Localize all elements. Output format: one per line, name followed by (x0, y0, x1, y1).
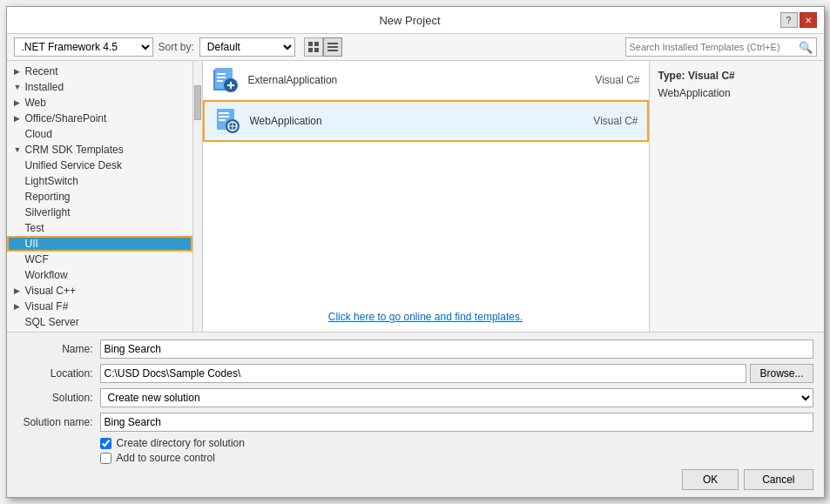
sidebar-item-reporting[interactable]: ▶ Reporting (7, 189, 192, 205)
recent-arrow: ▶ (14, 67, 23, 76)
solution-select[interactable]: Create new solution (100, 388, 813, 407)
svg-rect-18 (219, 119, 226, 121)
list-view-button[interactable] (323, 37, 342, 57)
sql-label: SQL Server (25, 316, 79, 328)
close-button[interactable]: ✕ (800, 12, 817, 28)
sidebar-item-crm[interactable]: ▼ CRM SDK Templates (7, 142, 192, 158)
solution-name-input[interactable] (100, 413, 813, 432)
bottom-form: Name: Location: Browse... Solution: Crea… (7, 332, 824, 497)
title-bar: New Project ? ✕ (7, 7, 824, 34)
visual-cpp-label: Visual C++ (25, 285, 76, 297)
framework-select[interactable]: .NET Framework 4.5 (14, 37, 153, 57)
solution-row: Solution: Create new solution (17, 388, 813, 407)
toolbar-row: .NET Framework 4.5 Sort by: Default (7, 34, 824, 61)
sidebar-item-visual-f[interactable]: ▶ Visual F# (7, 299, 192, 314)
reporting-label: Reporting (25, 191, 71, 203)
create-dir-checkbox[interactable] (100, 438, 111, 449)
sidebar-item-recent[interactable]: ▶ Recent (7, 61, 192, 79)
uii-label: UII (25, 238, 38, 250)
solution-label: Solution: (17, 392, 100, 404)
visual-f-label: Visual F# (25, 300, 69, 312)
template-item-web[interactable]: WebApplication Visual C# (203, 100, 649, 142)
search-icon: 🔍 (799, 41, 813, 54)
visual-f-arrow: ▶ (14, 302, 23, 311)
browse-button[interactable]: Browse... (750, 364, 813, 383)
svg-rect-1 (314, 42, 319, 46)
usd-label: Unified Service Desk (25, 159, 122, 171)
svg-rect-10 (217, 77, 226, 78)
sort-select[interactable]: Default (199, 37, 295, 57)
buttons-row: OK Cancel (17, 469, 813, 490)
test-label: Test (25, 222, 44, 234)
sidebar-item-sql[interactable]: ▶ SQL Server (7, 314, 192, 330)
solution-name-row: Solution name: (17, 413, 813, 432)
cancel-button[interactable]: Cancel (744, 469, 813, 490)
search-box[interactable]: 🔍 (625, 37, 817, 57)
sidebar-item-visual-cpp[interactable]: ▶ Visual C++ (7, 283, 192, 299)
template-icon-external (212, 66, 240, 94)
svg-rect-17 (219, 116, 229, 118)
new-project-dialog: New Project ? ✕ .NET Framework 4.5 Sort … (6, 6, 825, 498)
sidebar-item-cloud[interactable]: ▶ Cloud (7, 126, 192, 142)
add-source-label: Add to source control (117, 452, 215, 464)
solution-name-label: Solution name: (17, 416, 100, 428)
crm-arrow: ▼ (14, 145, 23, 154)
scroll-thumb[interactable] (194, 85, 201, 120)
office-arrow: ▶ (14, 114, 23, 123)
sidebar-item-silverlight[interactable]: ▶ Silverlight (7, 205, 192, 220)
sidebar-item-wcf[interactable]: ▶ WCF (7, 252, 192, 267)
sidebar-item-test[interactable]: ▶ Test (7, 220, 192, 236)
crm-label: CRM SDK Templates (25, 144, 124, 156)
cloud-label: Cloud (25, 128, 52, 140)
web-arrow: ▶ (14, 98, 23, 107)
template-type-external: Visual C# (595, 74, 639, 86)
sidebar-item-workflow[interactable]: ▶ Workflow (7, 267, 192, 283)
lightswitch-label: LightSwitch (25, 175, 78, 187)
svg-rect-5 (327, 46, 338, 48)
silverlight-label: Silverlight (25, 206, 71, 218)
template-name-web: WebApplication (250, 115, 322, 127)
svg-rect-9 (217, 73, 226, 75)
svg-rect-11 (217, 80, 223, 82)
web-label: Web (25, 97, 46, 109)
right-panel: Type: Visual C# WebApplication (650, 61, 824, 332)
svg-rect-4 (327, 43, 338, 44)
sidebar-item-office[interactable]: ▶ Office/SharePoint (7, 111, 192, 126)
sidebar-item-lightswitch[interactable]: ▶ LightSwitch (7, 173, 192, 189)
location-row: Location: Browse... (17, 364, 813, 383)
online-link[interactable]: Click here to go online and find templat… (203, 302, 649, 332)
template-name-external: ExternalApplication (248, 74, 338, 86)
ok-button[interactable]: OK (682, 469, 739, 490)
location-input[interactable] (100, 364, 747, 383)
svg-rect-3 (314, 48, 319, 52)
workflow-label: Workflow (25, 269, 68, 281)
search-input[interactable] (630, 42, 799, 52)
sidebar-item-installed[interactable]: ▼ Installed (7, 79, 192, 95)
svg-rect-14 (230, 82, 232, 89)
svg-rect-0 (308, 42, 313, 46)
sidebar-item-usd[interactable]: ▶ Unified Service Desk (7, 158, 192, 173)
location-input-group: Browse... (100, 364, 813, 383)
add-source-checkbox[interactable] (100, 453, 111, 464)
visual-cpp-arrow: ▶ (14, 286, 23, 295)
installed-arrow: ▼ (14, 83, 23, 91)
location-label: Location: (17, 367, 100, 380)
svg-rect-2 (308, 48, 313, 52)
svg-rect-16 (219, 112, 229, 114)
left-panel-wrapper: ▶ Recent ▼ Installed ▶ Web ▶ Office/Shar… (7, 61, 203, 332)
left-scrollbar[interactable] (192, 61, 202, 332)
sidebar-item-web[interactable]: ▶ Web (7, 95, 192, 111)
type-row: Type: Visual C# (658, 70, 815, 82)
template-description: WebApplication (658, 87, 815, 99)
office-label: Office/SharePoint (25, 112, 107, 124)
template-type-web: Visual C# (593, 115, 638, 127)
center-panel: ExternalApplication Visual C# (203, 61, 650, 332)
sidebar-item-uii[interactable]: ▶ UII (7, 236, 192, 252)
help-button[interactable]: ? (780, 12, 798, 28)
checkboxes-row: Create directory for solution Add to sou… (17, 437, 813, 464)
grid-view-button[interactable] (304, 37, 323, 57)
dialog-title: New Project (40, 14, 780, 27)
checkboxes-group: Create directory for solution Add to sou… (100, 437, 245, 464)
name-input[interactable] (100, 339, 813, 359)
template-item-external[interactable]: ExternalApplication Visual C# (203, 61, 649, 100)
